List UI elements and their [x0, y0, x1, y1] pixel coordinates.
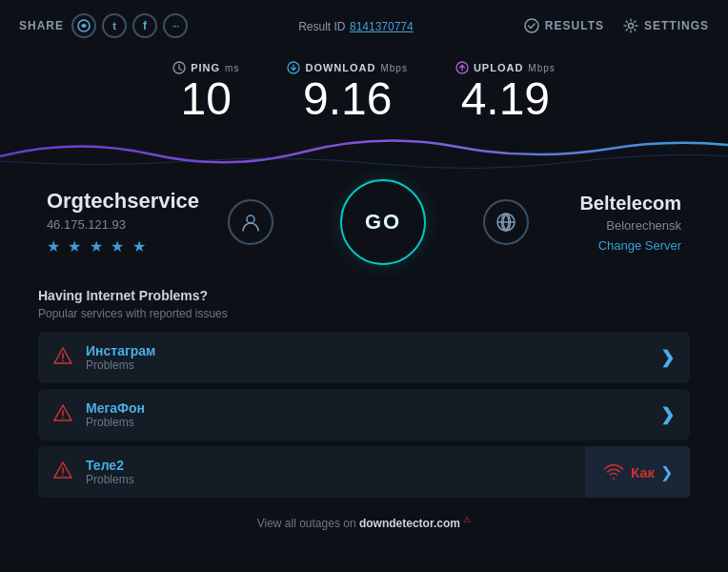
server-location: Belorechensk — [606, 218, 681, 233]
twitter-share-icon[interactable]: t — [102, 13, 127, 38]
tele2-text: Теле2 Problems — [86, 458, 660, 486]
result-prefix: Result ID — [298, 20, 345, 33]
overlay-badge[interactable]: Как ❯ — [585, 446, 690, 498]
svg-point-1 — [525, 19, 538, 32]
settings-button[interactable]: SETTINGS — [623, 18, 709, 33]
share-icons: t f ··· — [71, 13, 188, 38]
share-section: SHARE t f ··· — [19, 13, 188, 38]
download-icon — [287, 61, 300, 74]
upload-icon — [455, 61, 469, 74]
footer: View all outages on downdetector.com ⚠ — [0, 507, 728, 538]
download-stat: DOWNLOAD Mbps 9.16 — [287, 61, 407, 122]
server-icon-button[interactable] — [483, 199, 529, 245]
user-icon-button[interactable] — [228, 199, 273, 245]
upload-stat: UPLOAD Mbps 4.19 — [455, 61, 556, 122]
instagram-chevron-icon: ❯ — [660, 347, 675, 368]
upload-value: 4.19 — [455, 76, 556, 122]
header-right: RESULTS SETTINGS — [524, 18, 709, 33]
footer-prefix: View all outages on — [257, 517, 356, 530]
change-server-link[interactable]: Change Server — [598, 238, 681, 253]
isp-info: Orgtechservice 46.175.121.93 ★ ★ ★ ★ ★ — [47, 189, 199, 255]
share-label: SHARE — [19, 19, 64, 32]
instagram-name: Инстаграм — [86, 343, 660, 358]
instagram-status: Problems — [86, 358, 660, 372]
result-id-section: Result ID 8141370774 — [298, 17, 414, 34]
warning-icon-instagram — [53, 347, 72, 369]
megafon-status: Problems — [86, 416, 660, 429]
problem-item-instagram[interactable]: Инстаграм Problems ❯ — [38, 332, 690, 383]
problems-subtitle: Popular services with reported issues — [38, 307, 690, 320]
wave-display — [0, 128, 728, 175]
isp-ip: 46.175.121.93 — [47, 217, 126, 232]
isp-name: Orgtechservice — [47, 189, 199, 214]
globe-icon — [495, 212, 516, 233]
results-button[interactable]: RESULTS — [524, 18, 604, 33]
ping-label: PING ms — [172, 61, 239, 74]
overlay-text: Как — [631, 464, 655, 480]
checkmark-icon — [524, 18, 539, 33]
problems-title: Having Internet Problems? — [38, 288, 690, 303]
ping-stat: PING ms 10 — [172, 61, 239, 122]
wifi-signal-icon — [602, 462, 625, 481]
svg-point-14 — [62, 474, 64, 476]
header: SHARE t f ··· Result ID 8141370774 — [0, 0, 728, 51]
upload-label: UPLOAD Mbps — [455, 61, 556, 74]
problems-section: Having Internet Problems? Popular servic… — [0, 278, 728, 498]
person-icon — [240, 212, 261, 233]
svg-point-6 — [247, 215, 254, 223]
server-info: Beltelecom Belorechensk Change Server — [529, 193, 681, 253]
speedtest-share-icon[interactable] — [71, 13, 96, 38]
stats-row: PING ms 10 DOWNLOAD Mbps 9.16 UPLOAD Mbp… — [0, 51, 728, 122]
gear-icon — [623, 18, 638, 33]
warning-icon-megafon — [53, 404, 72, 426]
footer-alert-icon: ⚠ — [463, 515, 471, 524]
isp-stars: ★ ★ ★ ★ ★ — [47, 237, 148, 255]
server-name: Beltelecom — [579, 193, 681, 214]
go-label: GO — [365, 210, 401, 235]
tele2-name: Теле2 — [86, 458, 660, 473]
overlay-chevron-icon: ❯ — [660, 463, 673, 481]
ping-value: 10 — [172, 76, 239, 122]
facebook-share-icon[interactable]: f — [132, 13, 157, 38]
instagram-text: Инстаграм Problems — [86, 343, 660, 372]
download-value: 9.16 — [287, 76, 407, 122]
results-label: RESULTS — [545, 19, 604, 32]
ping-icon — [172, 61, 186, 74]
svg-point-12 — [62, 417, 64, 419]
megafon-name: МегаФон — [86, 400, 660, 416]
problem-item-tele2-wrapper: Теле2 Problems ❯ Как ❯ — [38, 446, 690, 498]
more-share-icon[interactable]: ··· — [163, 13, 188, 38]
result-id[interactable]: 8141370774 — [350, 20, 414, 33]
megafon-text: МегаФон Problems — [86, 400, 660, 429]
server-row: Orgtechservice 46.175.121.93 ★ ★ ★ ★ ★ G… — [0, 179, 728, 265]
warning-icon-tele2 — [53, 461, 72, 483]
download-label: DOWNLOAD Mbps — [287, 61, 407, 74]
svg-point-2 — [628, 24, 633, 29]
svg-point-10 — [62, 359, 64, 361]
megafon-chevron-icon: ❯ — [660, 404, 675, 425]
footer-site[interactable]: downdetector.com — [359, 517, 460, 530]
problem-item-megafon[interactable]: МегаФон Problems ❯ — [38, 389, 690, 440]
go-button[interactable]: GO — [340, 179, 426, 265]
settings-label: SETTINGS — [644, 19, 709, 32]
tele2-status: Problems — [86, 473, 660, 486]
